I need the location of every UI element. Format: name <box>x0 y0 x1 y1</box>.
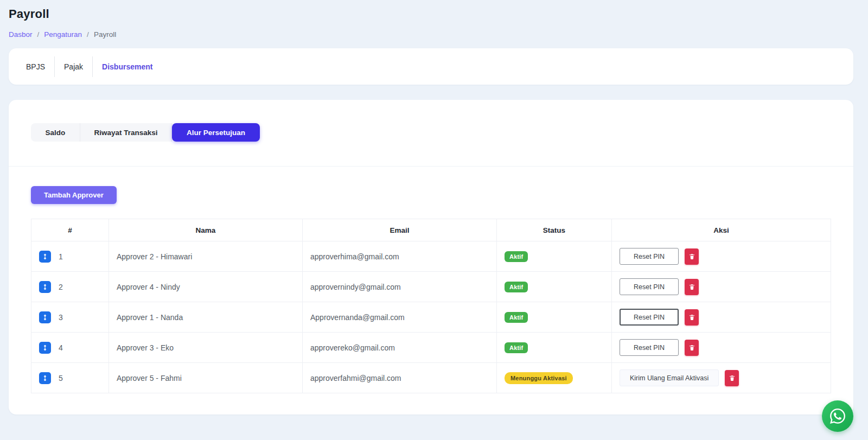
row-number: 1 <box>59 252 63 261</box>
action-button[interactable]: Reset PIN <box>620 278 679 295</box>
status-badge: Menunggu Aktivasi <box>505 372 573 384</box>
tab-disbursement[interactable]: Disbursement <box>93 62 162 71</box>
action-button[interactable]: Kirim Ulang Email Aktivasi <box>620 369 719 386</box>
subtab-riwayat-transaksi[interactable]: Riwayat Transaksi <box>80 123 172 142</box>
tab-pajak[interactable]: Pajak <box>55 62 92 71</box>
column-header-number: # <box>31 219 109 241</box>
row-number: 3 <box>59 313 63 322</box>
drag-handle-icon[interactable] <box>39 251 51 263</box>
approver-email: Approvernanda@gmail.com <box>303 302 497 333</box>
status-badge: Aktif <box>505 251 528 262</box>
drag-handle-icon[interactable] <box>39 342 51 354</box>
status-badge: Aktif <box>505 282 528 292</box>
table-row: 3 Approver 1 - Nanda Approvernanda@gmail… <box>31 302 831 333</box>
row-number: 5 <box>59 374 63 382</box>
drag-handle-icon[interactable] <box>39 311 51 323</box>
column-header-status: Status <box>497 219 612 241</box>
action-button[interactable]: Reset PIN <box>620 248 679 265</box>
page-root: Payroll Dasbor / Pengaturan / Payroll BP… <box>0 0 868 415</box>
column-header-nama: Nama <box>109 219 303 241</box>
add-approver-button[interactable]: Tambah Approver <box>31 186 117 204</box>
breadcrumb-separator: / <box>37 30 40 39</box>
table-header-row: # Nama Email Status Aksi <box>31 219 831 241</box>
delete-button[interactable] <box>685 248 699 265</box>
table-row: 4 Approver 3 - Eko approvereko@gmail.com… <box>31 333 831 363</box>
breadcrumb-current: Payroll <box>94 30 116 39</box>
action-button[interactable]: Reset PIN <box>620 309 679 326</box>
drag-handle-icon[interactable] <box>39 281 51 293</box>
whatsapp-icon <box>829 407 846 425</box>
approver-email: approvereko@gmail.com <box>303 333 497 363</box>
approval-flow-panel: Tambah Approver # Nama Email Status Aksi <box>9 167 853 393</box>
approver-email: approvernindy@gmail.com <box>303 272 497 302</box>
row-number: 4 <box>59 343 63 352</box>
whatsapp-fab[interactable] <box>822 400 853 432</box>
approver-email: approverfahmi@gmail.com <box>303 363 497 393</box>
approver-name: Approver 2 - Himawari <box>109 241 303 272</box>
column-header-aksi: Aksi <box>612 219 831 241</box>
breadcrumb-link-pengaturan[interactable]: Pengaturan <box>44 30 82 39</box>
approver-email: approverhima@gmail.com <box>303 241 497 272</box>
approver-name: Approver 1 - Nanda <box>109 302 303 333</box>
trash-icon <box>688 283 695 291</box>
table-row: 5 Approver 5 - Fahmi approverfahmi@gmail… <box>31 363 831 393</box>
approver-name: Approver 3 - Eko <box>109 333 303 363</box>
trash-icon <box>729 374 736 382</box>
delete-button[interactable] <box>685 309 699 326</box>
delete-button[interactable] <box>725 370 739 386</box>
row-number: 2 <box>59 283 63 291</box>
status-badge: Aktif <box>505 312 528 323</box>
disbursement-card: Saldo Riwayat Transaksi Alur Persetujuan… <box>9 100 853 415</box>
delete-button[interactable] <box>685 340 699 356</box>
approver-table-body: 1 Approver 2 - Himawari approverhima@gma… <box>31 241 831 393</box>
approver-name: Approver 4 - Nindy <box>109 272 303 302</box>
column-header-email: Email <box>303 219 497 241</box>
breadcrumb-separator: / <box>87 30 89 39</box>
tab-bpjs[interactable]: BPJS <box>26 62 54 71</box>
trash-icon <box>688 314 695 321</box>
approver-name: Approver 5 - Fahmi <box>109 363 303 393</box>
breadcrumb: Dasbor / Pengaturan / Payroll <box>9 30 853 39</box>
drag-handle-icon[interactable] <box>39 372 51 384</box>
page-title: Payroll <box>9 0 853 21</box>
approver-table: # Nama Email Status Aksi 1 Appr <box>31 219 831 393</box>
subtab-group: Saldo Riwayat Transaksi Alur Persetujuan <box>31 123 260 142</box>
delete-button[interactable] <box>685 279 699 295</box>
table-row: 2 Approver 4 - Nindy approvernindy@gmail… <box>31 272 831 302</box>
trash-icon <box>688 344 695 352</box>
disbursement-subtabs: Saldo Riwayat Transaksi Alur Persetujuan <box>9 100 853 167</box>
subtab-saldo[interactable]: Saldo <box>31 123 80 142</box>
subtab-alur-persetujuan[interactable]: Alur Persetujuan <box>172 123 260 142</box>
table-row: 1 Approver 2 - Himawari approverhima@gma… <box>31 241 831 272</box>
trash-icon <box>688 253 695 260</box>
breadcrumb-link-dasbor[interactable]: Dasbor <box>9 30 33 39</box>
status-badge: Aktif <box>505 342 528 353</box>
action-button[interactable]: Reset PIN <box>620 339 679 356</box>
settings-tabs-card: BPJS Pajak Disbursement <box>9 48 853 85</box>
